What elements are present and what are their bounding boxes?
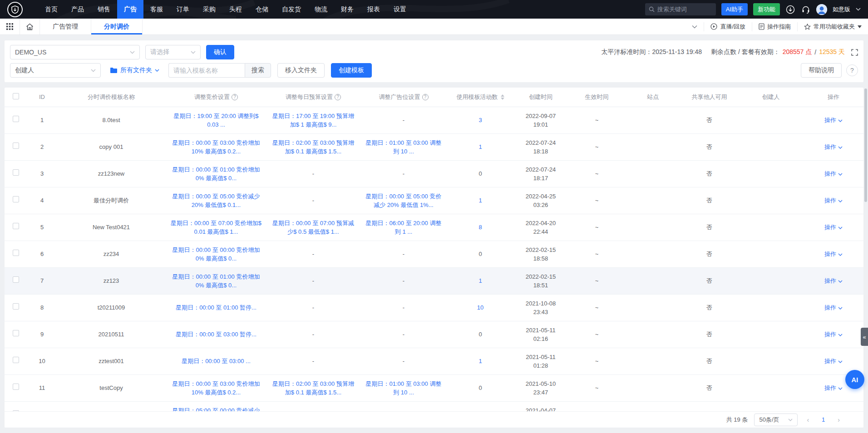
nav-item-4[interactable]: 客服 bbox=[143, 0, 170, 19]
current-page-number[interactable]: 1 bbox=[818, 416, 829, 423]
app-logo[interactable] bbox=[7, 2, 23, 17]
confirm-button[interactable]: 确认 bbox=[206, 45, 234, 59]
cell-bid-setting[interactable]: 星期日：19:00 至 20:00 调整到$ 0.03 ... bbox=[166, 107, 266, 133]
cell-bid-setting[interactable]: 星期日：00:00 至 07:00 竞价增加$ 0.01 最高值$ 1... bbox=[166, 214, 266, 241]
cell-bid-setting[interactable]: 星期日：00:00 至 01:00 竞价增加 0% 最高值$ 0... bbox=[166, 160, 266, 187]
nav-item-6[interactable]: 采购 bbox=[196, 0, 222, 19]
move-folder-button[interactable]: 移入文件夹 bbox=[277, 63, 325, 78]
row-action-button[interactable]: 操作 bbox=[804, 214, 863, 241]
help-tooltip-icon[interactable]: ? bbox=[422, 94, 429, 100]
row-action-button[interactable]: 操作 bbox=[804, 187, 863, 214]
nav-item-7[interactable]: 头程 bbox=[222, 0, 249, 19]
apps-grid-icon[interactable] bbox=[0, 19, 20, 34]
cell-budget-setting[interactable]: 星期日：17:00 至 19:00 预算增加$ 1 最高值$ 9... bbox=[266, 107, 360, 133]
cell-placement-setting[interactable]: 星期日：00:00 至 05:00 竞价减少 20% 最低值 1%... bbox=[360, 187, 447, 214]
ai-floating-button[interactable]: AI bbox=[845, 370, 864, 389]
folder-filter[interactable]: 所有文件夹 bbox=[110, 66, 159, 74]
cell-bid-setting[interactable]: 星期日：00:00 至 05:00 竞价减少 20% 最低值$ 0.1... bbox=[166, 187, 266, 214]
cell-bid-setting[interactable]: 星期日：00:00 至 01:00 竞价增加 0% 最高值$ 0... bbox=[166, 267, 266, 294]
nav-item-8[interactable]: 仓储 bbox=[249, 0, 275, 19]
row-checkbox[interactable] bbox=[13, 196, 19, 202]
cell-bid-setting[interactable]: 星期日：00:00 至 03:00 竞价增加 10% 最高值$ 0.2... bbox=[166, 133, 266, 160]
type-select[interactable]: 请选择 bbox=[145, 45, 201, 59]
download-icon[interactable] bbox=[785, 5, 795, 15]
nav-item-1[interactable]: 产品 bbox=[64, 0, 91, 19]
headset-icon[interactable] bbox=[801, 5, 811, 15]
row-action-button[interactable]: 操作 bbox=[804, 107, 863, 133]
template-name-input[interactable] bbox=[168, 63, 245, 78]
row-checkbox[interactable] bbox=[13, 330, 19, 336]
cell-bid-setting[interactable]: 星期日：00:00 至 03:00 ... bbox=[166, 348, 266, 374]
nav-item-5[interactable]: 订单 bbox=[170, 0, 196, 19]
chevron-down-icon[interactable] bbox=[856, 8, 861, 11]
cell-budget-setting[interactable]: 星期日：02:00 至 03:00 预算增加$ 0.1 最高值$ 1.5... bbox=[266, 374, 360, 401]
cell-campaign-count[interactable]: 1 bbox=[447, 348, 513, 374]
help-tooltip-icon[interactable]: ? bbox=[232, 94, 238, 100]
search-button[interactable]: 搜索 bbox=[245, 63, 271, 78]
cell-budget-setting[interactable]: 星期日：00:00 至 07:00 预算减少$ 0.5 最低值$ 1... bbox=[266, 214, 360, 241]
row-checkbox[interactable] bbox=[13, 303, 19, 310]
next-page-button[interactable]: › bbox=[835, 416, 843, 423]
page-tab-1[interactable]: 分时调价 bbox=[91, 19, 143, 34]
favorites-link[interactable]: 常用功能收藏夹 bbox=[797, 22, 868, 31]
nav-item-13[interactable]: 设置 bbox=[387, 0, 413, 19]
nav-item-2[interactable]: 销售 bbox=[91, 0, 117, 19]
nav-item-10[interactable]: 物流 bbox=[308, 0, 334, 19]
row-action-button[interactable]: 操作 bbox=[804, 160, 863, 187]
prev-page-button[interactable]: ‹ bbox=[804, 416, 812, 423]
global-search[interactable] bbox=[645, 3, 716, 15]
ai-assistant-button[interactable]: AI助手 bbox=[721, 3, 748, 15]
row-action-button[interactable]: 操作 bbox=[804, 267, 863, 294]
question-icon[interactable]: ? bbox=[846, 64, 858, 76]
cell-placement-setting[interactable]: 星期日：06:00 至 20:00 调整到 1 ... bbox=[360, 214, 447, 241]
page-tab-0[interactable]: 广告管理 bbox=[40, 19, 91, 34]
row-action-button[interactable]: 操作 bbox=[804, 241, 863, 267]
cell-campaign-count[interactable]: 1 bbox=[447, 187, 513, 214]
nav-item-9[interactable]: 自发货 bbox=[275, 0, 308, 19]
global-search-input[interactable] bbox=[657, 6, 707, 13]
cell-placement-setting[interactable]: 星期日：01:00 至 03:00 调整到 10 ... bbox=[360, 374, 447, 401]
nav-item-3[interactable]: 广告 bbox=[117, 0, 143, 19]
select-all-checkbox[interactable] bbox=[13, 93, 19, 99]
home-icon[interactable] bbox=[20, 19, 40, 34]
cell-campaign-count[interactable]: 8 bbox=[447, 214, 513, 241]
help-button[interactable]: 帮助说明 bbox=[801, 63, 842, 78]
collapse-panel-tab[interactable]: « bbox=[861, 328, 868, 346]
create-template-button[interactable]: 创建模板 bbox=[331, 63, 372, 78]
sort-icon[interactable] bbox=[501, 94, 504, 100]
cell-budget-setting[interactable]: 星期日：02:00 至 03:00 预算增加$ 0.1 最高值$ 1.5... bbox=[266, 133, 360, 160]
row-action-button[interactable]: 操作 bbox=[804, 321, 863, 348]
row-checkbox[interactable] bbox=[13, 357, 19, 363]
store-select[interactable]: DEMO_US bbox=[10, 45, 140, 59]
help-tooltip-icon[interactable]: ? bbox=[335, 94, 341, 100]
operation-guide-link[interactable]: 操作指南 bbox=[752, 22, 797, 31]
cell-placement-setting[interactable]: 星期日：01:00 至 03:00 调整到 10 ... bbox=[360, 133, 447, 160]
tabbar-collapse-chevron[interactable] bbox=[686, 22, 704, 31]
page-size-select[interactable]: 50条/页 bbox=[754, 413, 798, 426]
version-label[interactable]: 如意版 bbox=[833, 5, 850, 14]
vertical-scrollbar[interactable] bbox=[864, 89, 867, 202]
cell-bid-setting[interactable]: 星期日：00:00 至 03:00 暂停... bbox=[166, 321, 266, 348]
cell-campaign-count[interactable]: 1 bbox=[447, 133, 513, 160]
user-avatar[interactable] bbox=[816, 4, 827, 15]
row-checkbox[interactable] bbox=[13, 276, 19, 283]
row-action-button[interactable]: 操作 bbox=[804, 133, 863, 160]
live-replay-link[interactable]: 直播/回放 bbox=[704, 22, 752, 31]
cell-campaign-count[interactable]: 3 bbox=[447, 107, 513, 133]
row-checkbox[interactable] bbox=[13, 143, 19, 149]
new-feature-button[interactable]: 新功能 bbox=[753, 3, 780, 15]
row-action-button[interactable]: 操作 bbox=[804, 294, 863, 321]
row-checkbox[interactable] bbox=[13, 250, 19, 256]
row-checkbox[interactable] bbox=[13, 384, 19, 390]
cell-campaign-count[interactable]: 10 bbox=[447, 294, 513, 321]
cell-campaign-count[interactable]: 1 bbox=[447, 267, 513, 294]
cell-bid-setting[interactable]: 星期日：00:00 至 03:00 竞价增加 10% 最高值$ 0.2... bbox=[166, 374, 266, 401]
nav-item-11[interactable]: 财务 bbox=[334, 0, 360, 19]
nav-item-12[interactable]: 报表 bbox=[360, 0, 387, 19]
row-checkbox[interactable] bbox=[13, 169, 19, 176]
row-checkbox[interactable] bbox=[13, 223, 19, 229]
nav-item-0[interactable]: 首页 bbox=[38, 0, 64, 19]
cell-bid-setting[interactable]: 星期日：00:00 至 00:00 竞价增加 0% 最高值$ 0... bbox=[166, 241, 266, 267]
creator-select[interactable]: 创建人 bbox=[10, 63, 101, 78]
fullscreen-icon[interactable] bbox=[851, 49, 858, 56]
